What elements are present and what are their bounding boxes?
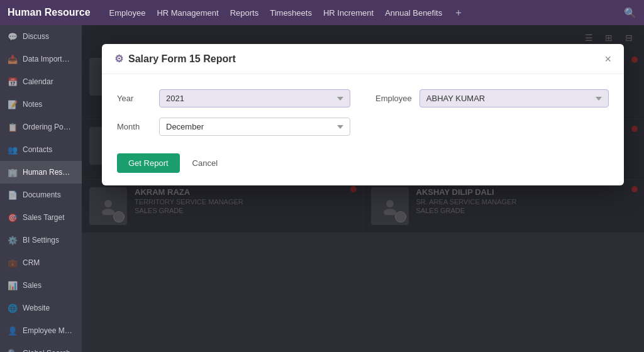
sidebar-item-crm[interactable]: 💼 CRM (0, 251, 82, 274)
sidebar-item-notes[interactable]: 📝 Notes (0, 93, 82, 116)
search-icon[interactable]: 🔍 (624, 7, 636, 19)
sidebar-item-bi-label: BI Settings (23, 236, 59, 245)
sidebar-item-contacts[interactable]: 👥 Contacts (0, 138, 82, 161)
modal-body: Year 2019202020212022 Employee ABHAY KUM… (102, 74, 624, 185)
topnav-reports[interactable]: Reports (230, 8, 259, 18)
sidebar-item-notes-label: Notes (23, 100, 42, 109)
content-area: ☰ ⊞ ⊟ ABHINAV KUMAR Area Manager-Sales &… (82, 25, 644, 352)
sidebar-item-global-search[interactable]: 🔍 Global Search (0, 342, 82, 352)
modal-title: ⚙ Salary Form 15 Report (114, 53, 236, 65)
cancel-button[interactable]: Cancel (186, 153, 224, 173)
main-layout: 💬 Discuss 📥 Data Import… 📅 Calendar 📝 No… (0, 25, 644, 352)
topnav-employee[interactable]: Employee (109, 8, 146, 18)
sidebar-item-website-label: Website (23, 304, 50, 312)
sidebar-item-contacts-label: Contacts (23, 145, 52, 154)
form-grid: Year 2019202020212022 Employee ABHAY KUM… (117, 89, 609, 136)
discuss-icon: 💬 (8, 31, 18, 41)
sidebar-item-bi-settings[interactable]: ⚙️ BI Settings (0, 229, 82, 251)
employee-label: Employee (375, 94, 412, 103)
notes-icon: 📝 (8, 99, 18, 109)
month-select[interactable]: JanuaryFebruaryMarchAprilMayJuneJulyAugu… (159, 118, 350, 136)
modal-close-button[interactable]: × (604, 53, 611, 65)
topnav-add-button[interactable]: ＋ (453, 6, 464, 19)
top-navigation: Human Resource Employee HR Management Re… (0, 0, 644, 25)
sidebar-item-calendar-label: Calendar (23, 77, 53, 86)
sidebar-item-documents[interactable]: 📄 Documents (0, 184, 82, 206)
modal-title-icon: ⚙ (114, 53, 123, 65)
sidebar-item-discuss[interactable]: 💬 Discuss (0, 25, 82, 48)
month-label: Month (117, 122, 152, 131)
employee-form-row: Employee ABHAY KUMAR ABHINAV KUMARABHISH… (375, 89, 609, 107)
sidebar-item-global-search-label: Global Search (23, 349, 70, 352)
contacts-icon: 👥 (8, 145, 18, 155)
topnav-annual-benefits[interactable]: Annual Benefits (385, 8, 442, 18)
sales-target-icon: 🎯 (8, 212, 18, 223)
form-empty-cell (375, 118, 609, 136)
documents-icon: 📄 (8, 190, 18, 200)
sidebar-item-sales-label: Sales (23, 281, 42, 290)
sidebar-item-hr-label: Human Resou… (23, 168, 74, 177)
sidebar-item-discuss-label: Discuss (23, 32, 49, 41)
modal-header: ⚙ Salary Form 15 Report × (102, 44, 624, 74)
employee-master-icon: 👤 (8, 326, 18, 336)
sales-icon: 📊 (8, 280, 18, 290)
sidebar-item-employee-master[interactable]: 👤 Employee Ma… (0, 319, 82, 342)
get-report-button[interactable]: Get Report (117, 153, 180, 173)
bi-settings-icon: ⚙️ (8, 235, 18, 245)
month-form-row: Month JanuaryFebruaryMarchAprilMayJuneJu… (117, 118, 350, 136)
sidebar-item-crm-label: CRM (23, 258, 40, 267)
sidebar-item-ordering[interactable]: 📋 Ordering Po… (0, 116, 82, 138)
human-resource-icon: 🏢 (8, 167, 18, 177)
year-select[interactable]: 2019202020212022 (159, 89, 350, 107)
website-icon: 🌐 (8, 303, 18, 313)
topnav-hr-management[interactable]: HR Management (157, 8, 218, 18)
sidebar-item-data-import[interactable]: 📥 Data Import… (0, 48, 82, 70)
sidebar-item-documents-label: Documents (23, 190, 61, 199)
sidebar-item-human-resource[interactable]: 🏢 Human Resou… (0, 161, 82, 184)
sidebar-item-ordering-label: Ordering Po… (23, 123, 71, 131)
global-search-icon: 🔍 (8, 348, 18, 352)
salary-form-modal: ⚙ Salary Form 15 Report × Year 201920202… (102, 44, 624, 185)
sidebar-item-data-import-label: Data Import… (23, 55, 70, 63)
year-form-row: Year 2019202020212022 (117, 89, 350, 107)
sidebar-item-employee-label: Employee Ma… (23, 326, 74, 335)
calendar-icon: 📅 (8, 77, 18, 87)
crm-icon: 💼 (8, 258, 18, 268)
year-label: Year (117, 94, 152, 103)
topnav-timesheets[interactable]: Timesheets (270, 8, 312, 18)
sidebar: 💬 Discuss 📥 Data Import… 📅 Calendar 📝 No… (0, 25, 82, 352)
sidebar-item-sales-target[interactable]: 🎯 Sales Target (0, 206, 82, 229)
sidebar-item-sales-target-label: Sales Target (23, 213, 65, 222)
topnav-menu: Employee HR Management Reports Timesheet… (109, 6, 611, 19)
ordering-icon: 📋 (8, 122, 18, 132)
modal-overlay: ⚙ Salary Form 15 Report × Year 201920202… (82, 25, 644, 352)
sidebar-item-sales[interactable]: 📊 Sales (0, 274, 82, 297)
modal-actions: Get Report Cancel (117, 151, 609, 173)
sidebar-item-website[interactable]: 🌐 Website (0, 297, 82, 319)
topnav-hr-increment[interactable]: HR Increment (323, 8, 374, 18)
sidebar-item-calendar[interactable]: 📅 Calendar (0, 70, 82, 93)
app-brand: Human Resource (8, 7, 91, 18)
data-import-icon: 📥 (8, 54, 18, 64)
modal-title-text: Salary Form 15 Report (128, 53, 236, 65)
employee-select[interactable]: ABHAY KUMAR ABHINAV KUMARABHISHEK S SHET… (419, 89, 609, 107)
